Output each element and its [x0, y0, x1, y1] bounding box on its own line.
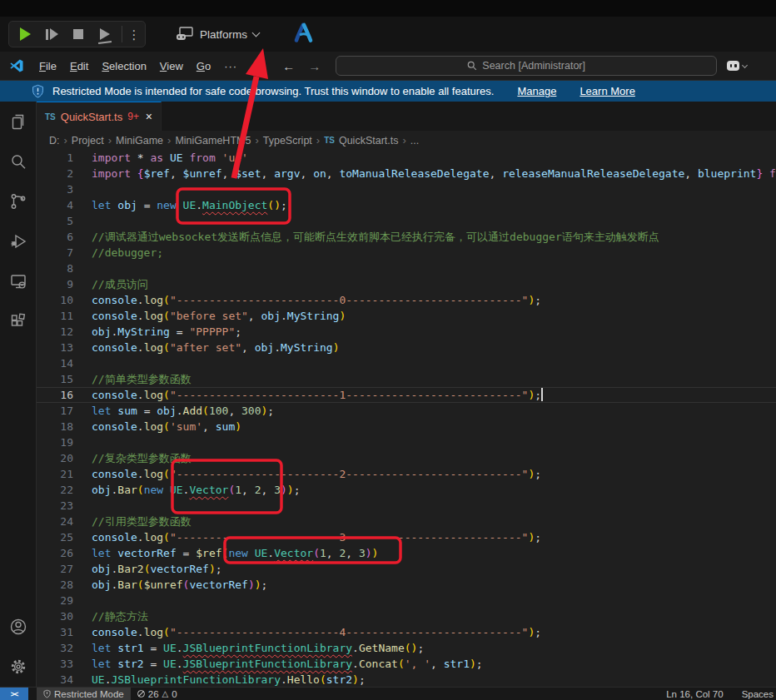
- code-line[interactable]: 18console.log('sum', sum): [37, 419, 776, 434]
- account-icon: [8, 617, 28, 637]
- settings-button[interactable]: [0, 647, 37, 687]
- code-editor[interactable]: 1import * as UE from 'ue'2import {$ref, …: [37, 150, 776, 687]
- code-line[interactable]: 32let str1 = UE.JSBlueprintFunctionLibra…: [37, 640, 776, 656]
- step-button[interactable]: [39, 23, 64, 45]
- platforms-dropdown[interactable]: Platforms: [176, 27, 259, 42]
- code-line[interactable]: 33let str2 = UE.JSBlueprintFunctionLibra…: [37, 656, 776, 672]
- code-line[interactable]: 19: [37, 434, 776, 450]
- code-line[interactable]: 9//成员访问: [37, 276, 776, 292]
- line-number: 7: [37, 245, 87, 261]
- breadcrumb-item[interactable]: MiniGame: [116, 135, 163, 146]
- code-line[interactable]: 7//debugger;: [37, 245, 776, 261]
- breadcrumb-item[interactable]: MiniGameHTM5: [175, 135, 251, 146]
- line-number: 24: [37, 514, 87, 529]
- code-line[interactable]: 29: [37, 593, 776, 608]
- forward-arrow-icon[interactable]: →: [308, 59, 321, 73]
- text-cursor: [541, 388, 543, 401]
- debug-icon: [8, 231, 28, 251]
- menu-view[interactable]: View: [153, 57, 190, 75]
- code-line[interactable]: 24//引用类型参数函数: [37, 514, 776, 529]
- menu-selection[interactable]: Selection: [95, 57, 152, 75]
- code-line[interactable]: 16console.log("-------------------------…: [37, 387, 776, 403]
- indentation-status[interactable]: Spaces: [742, 689, 774, 699]
- code-line[interactable]: 30//静态方法: [37, 608, 776, 624]
- code-line[interactable]: 14: [37, 355, 776, 371]
- sidebar-item-extensions[interactable]: [0, 301, 37, 341]
- account-button[interactable]: [0, 607, 37, 647]
- line-number: 4: [37, 197, 87, 213]
- restricted-mode-status[interactable]: Restricted Mode: [37, 688, 131, 700]
- line-number: 27: [37, 561, 87, 577]
- code-line[interactable]: 12obj.MyString = "PPPPP";: [37, 324, 776, 340]
- line-number: 1: [37, 150, 87, 166]
- sidebar-item-explorer[interactable]: [0, 102, 37, 141]
- code-line[interactable]: 10console.log("-------------------------…: [37, 292, 776, 308]
- tab-quickstart[interactable]: TS QuickStart.ts 9+ ×: [37, 102, 162, 131]
- vscode-logo-icon: [9, 58, 24, 73]
- remote-icon: ><: [11, 690, 18, 698]
- problems-status[interactable]: 26 △ 0: [131, 688, 184, 700]
- code-line[interactable]: 8: [37, 261, 776, 276]
- code-line[interactable]: 20//复杂类型参数函数: [37, 450, 776, 466]
- copilot-button[interactable]: [727, 61, 747, 71]
- play-icon: [20, 27, 31, 41]
- code-line[interactable]: 17let sum = obj.Add(100, 300);: [37, 403, 776, 419]
- line-number: 31: [37, 624, 87, 640]
- sidebar-item-source-control[interactable]: [0, 181, 37, 221]
- menu-go[interactable]: Go: [190, 57, 217, 75]
- remote-indicator[interactable]: ><: [0, 688, 28, 700]
- platforms-label: Platforms: [200, 28, 247, 41]
- platforms-icon: [176, 27, 194, 42]
- sidebar-item-remote-explorer[interactable]: [0, 261, 37, 301]
- code-line[interactable]: 31console.log("-------------------------…: [37, 624, 776, 640]
- close-icon[interactable]: ×: [146, 110, 152, 123]
- code-line[interactable]: 15//简单类型参数函数: [37, 371, 776, 387]
- back-arrow-icon[interactable]: ←: [282, 59, 295, 73]
- code-line[interactable]: 21console.log("-------------------------…: [37, 466, 776, 482]
- code-line[interactable]: 27obj.Bar2(vectorRef);: [37, 561, 776, 577]
- cursor-position-status[interactable]: Ln 16, Col 70: [666, 689, 723, 699]
- code-line[interactable]: 34UE.JSBlueprintFunctionLibrary.Hello(st…: [37, 672, 776, 687]
- code-line[interactable]: 23: [37, 498, 776, 514]
- breadcrumb-item[interactable]: Project: [72, 135, 104, 146]
- code-line[interactable]: 13console.log("after set", obj.MyString): [37, 340, 776, 355]
- sidebar-item-run-debug[interactable]: [0, 221, 37, 261]
- code-line[interactable]: 28obj.Bar($unref(vectorRef));: [37, 577, 776, 593]
- play-button[interactable]: [12, 23, 37, 45]
- breadcrumb-item[interactable]: TypeScript: [263, 135, 312, 146]
- search-input[interactable]: Search [Administrator]: [336, 56, 717, 76]
- menu-file[interactable]: File: [32, 57, 63, 75]
- app-logo-icon[interactable]: [292, 22, 315, 47]
- code-line[interactable]: 26let vectorRef = $ref(new UE.Vector(1, …: [37, 545, 776, 561]
- tab-bar: TS QuickStart.ts 9+ ×: [37, 102, 776, 131]
- search-icon: [467, 61, 477, 71]
- typescript-file-icon: TS: [324, 136, 335, 145]
- breadcrumb-item[interactable]: D:: [49, 135, 60, 146]
- breadcrumb-file[interactable]: QuickStart.ts: [339, 135, 399, 146]
- code-line[interactable]: 4let obj = new UE.MainObject();: [37, 197, 776, 213]
- code-line[interactable]: 5: [37, 213, 776, 229]
- code-line[interactable]: 2import {$ref, $unref, $set, argv, on, t…: [37, 166, 776, 181]
- code-line[interactable]: 25console.log("-------------------------…: [37, 529, 776, 545]
- manage-link[interactable]: Manage: [517, 85, 556, 97]
- error-icon: [137, 690, 145, 698]
- code-line[interactable]: 3: [37, 181, 776, 197]
- code-line[interactable]: 22obj.Bar(new UE.Vector(1, 2, 3));: [37, 482, 776, 498]
- menu-edit[interactable]: Edit: [63, 57, 95, 75]
- learn-more-link[interactable]: Learn More: [580, 85, 634, 97]
- code-line[interactable]: 11console.log("before set", obj.MyString…: [37, 308, 776, 324]
- stop-button[interactable]: [66, 23, 91, 45]
- menu-overflow[interactable]: ···: [217, 57, 244, 75]
- shield-icon: [43, 689, 51, 698]
- line-number: 8: [37, 261, 87, 276]
- breadcrumb-more[interactable]: ...: [410, 135, 419, 146]
- play-options-button[interactable]: ⋮: [127, 23, 142, 45]
- tab-title: QuickStart.ts: [61, 111, 122, 123]
- code-line[interactable]: 6//调试器通过websocket发送断点信息，可能断点生效前脚本已经执行完备，…: [37, 229, 776, 245]
- launch-button[interactable]: [92, 23, 117, 45]
- search-placeholder: Search [Administrator]: [482, 60, 585, 72]
- kebab-icon: ⋮: [128, 28, 141, 41]
- sidebar-item-search[interactable]: [0, 141, 37, 181]
- search-icon: [8, 151, 28, 171]
- code-line[interactable]: 1import * as UE from 'ue': [37, 150, 776, 166]
